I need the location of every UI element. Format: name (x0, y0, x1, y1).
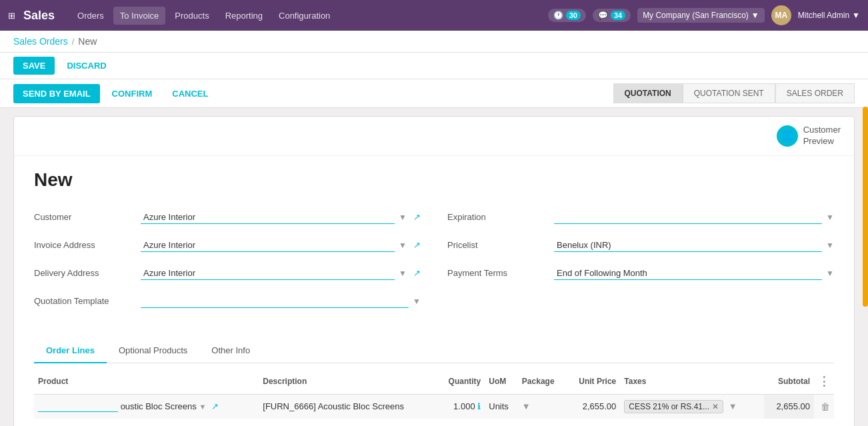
chat-count: 34 (611, 11, 625, 20)
cell-unit-price: 2,655.00 (566, 394, 620, 419)
delivery-address-row: Delivery Address ▼ ↗ (34, 263, 421, 284)
payment-terms-field: ▼ (554, 267, 834, 280)
customer-external-link-icon[interactable]: ↗ (413, 212, 421, 222)
col-taxes: Taxes (620, 369, 764, 395)
col-product: Product (34, 369, 259, 395)
payment-terms-label: Payment Terms (447, 268, 554, 278)
save-button[interactable]: SAVE (13, 57, 55, 75)
quotation-template-field: ▼ (141, 295, 421, 308)
breadcrumb: Sales Orders / New (0, 31, 868, 53)
form-grid: Customer ▼ ↗ Invoice Address ▼ ↗ (34, 207, 834, 319)
form-section: New Customer ▼ ↗ Invoice Address (14, 156, 854, 325)
customer-preview-label: Customer Preview (803, 125, 841, 147)
invoice-address-row: Invoice Address ▼ ↗ (34, 235, 421, 256)
nav-orders[interactable]: Orders (71, 7, 111, 25)
cell-row-actions: 🗑 (814, 394, 834, 419)
delivery-address-input[interactable] (141, 267, 395, 280)
table-header: Product Description Quantity UoM Package… (34, 369, 834, 395)
col-package: Package (518, 369, 566, 395)
status-quotation[interactable]: QUOTATION (613, 83, 683, 103)
col-quantity: Quantity (437, 369, 485, 395)
send-email-button[interactable]: SEND BY EMAIL (13, 84, 100, 103)
invoice-external-link-icon[interactable]: ↗ (413, 240, 421, 250)
form-card: 🌐 Customer Preview New Customer ▼ ↗ (13, 116, 855, 426)
pricelist-input[interactable] (554, 239, 822, 252)
col-description: Description (259, 369, 437, 395)
customer-dropdown-icon: ▼ (399, 213, 407, 222)
quotation-template-input[interactable] (141, 295, 409, 308)
template-dropdown-icon: ▼ (413, 297, 421, 306)
tab-optional-products[interactable]: Optional Products (107, 339, 199, 363)
payment-terms-dropdown-icon: ▼ (826, 269, 834, 278)
product-text: oustic Bloc Screens (121, 401, 197, 411)
user-menu[interactable]: Mitchell Admin ▼ (798, 11, 860, 20)
cell-package: ▼ (518, 394, 566, 419)
avatar-initials: MA (775, 11, 787, 20)
confirm-button[interactable]: CONFIRM (104, 84, 161, 103)
nav-right: 🕐 30 💬 34 My Company (San Francisco) ▼ M… (548, 5, 860, 25)
status-quotation-sent[interactable]: QUOTATION SENT (683, 83, 775, 103)
form-left-column: Customer ▼ ↗ Invoice Address ▼ ↗ (34, 207, 421, 319)
delivery-address-field: ▼ ↗ (141, 267, 421, 280)
taxes-dropdown-icon: ▼ (729, 401, 737, 411)
invoice-dropdown-icon: ▼ (399, 241, 407, 250)
invoice-address-label: Invoice Address (34, 240, 141, 250)
package-dropdown-icon: ▼ (522, 401, 531, 411)
table-row: oustic Bloc Screens ▼ ↗ [FURN_6666] Acou… (34, 394, 834, 419)
add-links: Add a product Add a section Add a note (34, 419, 834, 426)
discard-button[interactable]: DISCARD (60, 57, 113, 75)
expiration-input[interactable] (554, 211, 822, 224)
tab-other-info[interactable]: Other Info (199, 339, 262, 363)
table-more-icon[interactable]: ⋮ (818, 375, 830, 388)
nav-links: Orders To Invoice Products Reporting Con… (71, 7, 548, 25)
breadcrumb-current: New (78, 36, 97, 47)
pricelist-field: ▼ (554, 239, 834, 252)
customer-preview-button[interactable]: 🌐 Customer Preview (777, 125, 841, 147)
tab-order-lines[interactable]: Order Lines (34, 339, 107, 363)
payment-terms-row: Payment Terms ▼ (447, 263, 834, 284)
expiration-label: Expiration (447, 212, 554, 222)
delivery-address-label: Delivery Address (34, 268, 141, 278)
clock-count: 30 (566, 11, 581, 20)
status-steps: QUOTATION QUOTATION SENT SALES ORDER (613, 83, 855, 103)
nav-reporting[interactable]: Reporting (219, 7, 269, 25)
delete-row-icon[interactable]: 🗑 (821, 401, 830, 412)
nav-products[interactable]: Products (168, 7, 215, 25)
form-right-column: Expiration ▼ Pricelist ▼ (447, 207, 834, 319)
cancel-button[interactable]: CANCEL (164, 84, 216, 103)
app-grid-icon[interactable]: ⊞ (8, 11, 15, 21)
app-name: Sales (23, 9, 55, 23)
card-header: 🌐 Customer Preview (14, 117, 854, 156)
product-ext-link-icon[interactable]: ↗ (211, 401, 219, 411)
action-left: SEND BY EMAIL CONFIRM CANCEL (13, 84, 216, 103)
customer-input[interactable] (141, 211, 395, 224)
delivery-external-link-icon[interactable]: ↗ (413, 268, 421, 278)
col-subtotal: Subtotal (764, 369, 814, 395)
tax-remove-icon[interactable]: ✕ (712, 402, 719, 411)
nav-to-invoice[interactable]: To Invoice (113, 7, 166, 25)
user-chevron-icon: ▼ (852, 11, 860, 20)
col-actions-header: ⋮ (814, 369, 834, 395)
nav-configuration[interactable]: Configuration (272, 7, 337, 25)
invoice-address-input[interactable] (141, 239, 395, 252)
status-sales-order[interactable]: SALES ORDER (775, 83, 855, 103)
col-uom: UoM (485, 369, 518, 395)
user-avatar[interactable]: MA (771, 5, 791, 25)
scroll-indicator[interactable] (863, 107, 868, 307)
payment-terms-input[interactable] (554, 267, 822, 280)
table-body: oustic Bloc Screens ▼ ↗ [FURN_6666] Acou… (34, 394, 834, 419)
breadcrumb-parent[interactable]: Sales Orders (13, 36, 68, 47)
company-selector[interactable]: My Company (San Francisco) ▼ (637, 8, 765, 23)
clock-badge[interactable]: 🕐 30 (548, 9, 586, 22)
tabs-bar: Order Lines Optional Products Other Info (34, 339, 834, 363)
delivery-dropdown-icon: ▼ (399, 269, 407, 278)
save-bar: SAVE DISCARD (0, 53, 868, 79)
product-input[interactable] (38, 401, 118, 412)
chat-badge[interactable]: 💬 34 (593, 9, 631, 22)
clock-icon: 🕐 (553, 11, 563, 20)
expiration-dropdown-icon: ▼ (826, 213, 834, 222)
chat-icon: 💬 (598, 11, 608, 20)
pricelist-label: Pricelist (447, 240, 554, 250)
tax-tag: CESS 21% or RS.41... ✕ (624, 400, 723, 413)
customer-label: Customer (34, 212, 141, 222)
